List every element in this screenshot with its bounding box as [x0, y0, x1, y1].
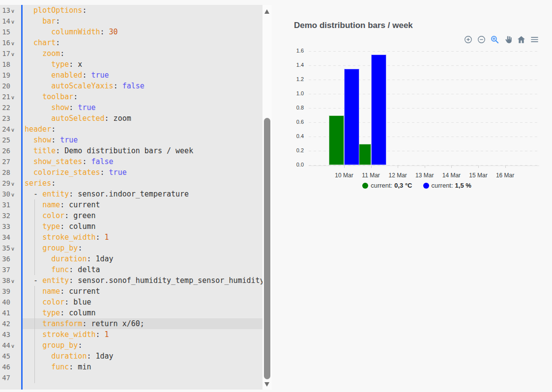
code-line[interactable]: 19 enabled: true — [0, 70, 262, 81]
fold-arrow-icon[interactable]: v — [11, 279, 17, 284]
fold-arrow-icon[interactable]: v — [11, 343, 17, 349]
code-line[interactable]: 24vheader: — [0, 124, 262, 135]
code-text[interactable]: show: true — [23, 102, 262, 113]
code-line[interactable]: 36 duration: 1day — [0, 253, 262, 264]
fold-arrow-icon[interactable]: v — [11, 8, 17, 14]
pan-icon[interactable] — [503, 34, 513, 44]
code-line[interactable]: 32 color: green — [0, 210, 262, 221]
code-text[interactable]: color: green — [23, 210, 262, 221]
zoom-out-icon[interactable] — [476, 34, 486, 44]
code-text[interactable]: group_by: — [23, 243, 262, 253]
code-line[interactable]: 30v - entity: sensor.indoor_temperature — [0, 189, 262, 199]
code-line[interactable]: 40 color: blue — [0, 297, 262, 308]
bar[interactable] — [329, 115, 344, 166]
code-text[interactable]: zoom: — [23, 48, 262, 59]
code-text[interactable]: - entity: sensor.indoor_temperature — [23, 189, 262, 199]
legend-item[interactable]: current:0,3 °C — [362, 182, 412, 189]
code-line[interactable]: 47 — [0, 372, 262, 383]
editor-scrollbar-track[interactable] — [262, 5, 272, 390]
code-line[interactable]: 38v - entity: sensor.sonof_humidity_temp… — [0, 275, 262, 286]
code-line[interactable]: 26 title: Demo distribution bars / week — [0, 145, 262, 156]
fold-arrow-icon[interactable]: v — [11, 192, 17, 198]
code-line[interactable]: 16v chart: — [0, 37, 262, 48]
code-text[interactable]: series: — [23, 178, 262, 189]
selection-zoom-icon[interactable] — [490, 34, 499, 44]
scrollbar-down-arrow-icon[interactable] — [264, 382, 269, 387]
code-text[interactable]: type: column — [23, 308, 262, 318]
code-line[interactable]: 39 name: current — [0, 286, 262, 297]
code-line[interactable]: 29vseries: — [0, 178, 262, 189]
code-line[interactable]: 45 duration: 1day — [0, 351, 262, 362]
y-axis-label: 0.6 — [278, 119, 304, 125]
code-line[interactable]: 13v plotOptions: — [0, 5, 262, 16]
code-line[interactable]: 15 columnWidth: 30 — [0, 27, 262, 37]
line-number: 43 — [0, 329, 10, 340]
code-text[interactable]: transform: return x/60; — [23, 318, 262, 329]
code-text[interactable]: columnWidth: 30 — [23, 27, 262, 37]
code-text[interactable]: type: x — [23, 59, 262, 70]
code-line[interactable]: 34 stroke_width: 1 — [0, 232, 262, 243]
code-text[interactable]: - entity: sensor.sonof_humidity_temp_sen… — [23, 275, 262, 286]
fold-arrow-icon[interactable]: v — [11, 127, 17, 133]
code-text[interactable]: bar: — [23, 16, 262, 27]
code-text[interactable]: autoScaleYaxis: false — [23, 81, 262, 91]
code-line[interactable]: 14v bar: — [0, 16, 262, 27]
fold-arrow-icon[interactable]: v — [11, 19, 17, 25]
code-line[interactable]: 17v zoom: — [0, 48, 262, 59]
code-text[interactable]: duration: 1day — [23, 351, 262, 362]
home-icon[interactable] — [516, 34, 526, 44]
code-text[interactable]: func: min — [23, 362, 262, 372]
code-line[interactable]: 20 autoScaleYaxis: false — [0, 81, 262, 91]
fold-arrow-icon[interactable]: v — [11, 52, 17, 57]
line-number: 26 — [0, 145, 10, 156]
code-line[interactable]: 44v group_by: — [0, 340, 262, 351]
fold-arrow-icon[interactable]: v — [11, 246, 17, 252]
code-line[interactable]: 23 autoSelected: zoom — [0, 113, 262, 124]
code-line[interactable]: 46 func: min — [0, 362, 262, 372]
code-text[interactable]: name: current — [23, 286, 262, 297]
code-line[interactable]: 25 show: true — [0, 135, 262, 145]
code-line[interactable]: 41 type: column — [0, 308, 262, 318]
bar[interactable] — [344, 69, 359, 165]
code-line[interactable]: 35v group_by: — [0, 243, 262, 253]
code-line[interactable]: 43 stroke_width: 1 — [0, 329, 262, 340]
y-axis-label: 1.6 — [278, 48, 304, 54]
code-line[interactable]: 27 show_states: false — [0, 156, 262, 167]
yaml-code-editor[interactable]: 13v plotOptions:14v bar:15 columnWidth: … — [0, 5, 262, 390]
code-text[interactable]: colorize_states: true — [23, 167, 262, 178]
editor-scrollbar-thumb[interactable] — [264, 118, 270, 379]
code-text[interactable]: duration: 1day — [23, 253, 262, 264]
code-text[interactable]: header: — [23, 124, 262, 135]
zoom-in-icon[interactable] — [463, 34, 473, 44]
code-text[interactable]: stroke_width: 1 — [23, 232, 262, 243]
code-line[interactable]: 33 type: column — [0, 221, 262, 232]
code-text[interactable]: toolbar: — [23, 91, 262, 102]
code-text[interactable]: name: current — [23, 199, 262, 210]
code-text[interactable]: color: blue — [23, 297, 262, 308]
menu-icon[interactable] — [529, 34, 539, 44]
code-line[interactable]: 28 colorize_states: true — [0, 167, 262, 178]
fold-arrow-icon[interactable]: v — [11, 41, 17, 47]
code-text[interactable]: plotOptions: — [23, 5, 262, 16]
code-text[interactable]: enabled: true — [23, 70, 262, 81]
code-line[interactable]: 37 func: delta — [0, 264, 262, 275]
code-text[interactable]: chart: — [23, 37, 262, 48]
fold-arrow-icon[interactable]: v — [11, 181, 17, 187]
legend-item[interactable]: current:1,5 % — [423, 182, 471, 189]
code-line[interactable]: 18 type: x — [0, 59, 262, 70]
code-text[interactable]: group_by: — [23, 340, 262, 351]
code-text[interactable]: stroke_width: 1 — [23, 329, 262, 340]
code-line[interactable]: 21v toolbar: — [0, 91, 262, 102]
bar[interactable] — [371, 55, 386, 165]
fold-arrow-icon[interactable]: v — [11, 95, 17, 101]
code-text[interactable]: show: true — [23, 135, 262, 145]
code-line[interactable]: 31 name: current — [0, 199, 262, 210]
code-text[interactable]: autoSelected: zoom — [23, 113, 262, 124]
code-line[interactable]: 22 show: true — [0, 102, 262, 113]
code-text[interactable]: show_states: false — [23, 156, 262, 167]
code-text[interactable]: title: Demo distribution bars / week — [23, 145, 262, 156]
code-line[interactable]: 42 transform: return x/60; — [0, 318, 262, 329]
code-text[interactable]: func: delta — [23, 264, 262, 275]
code-text[interactable]: type: column — [23, 221, 262, 232]
scrollbar-up-arrow-icon[interactable] — [264, 9, 269, 14]
